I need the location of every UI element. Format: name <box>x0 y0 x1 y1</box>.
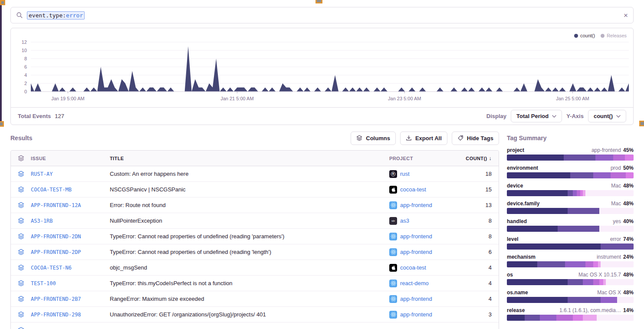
tag-bar-segment[interactable] <box>585 261 593 267</box>
tag-name[interactable]: os.name <box>507 290 528 296</box>
tag-bar-segment[interactable] <box>583 279 593 285</box>
tag-bar-segment[interactable] <box>507 243 601 250</box>
column-header-project[interactable]: PROJECT <box>389 156 462 161</box>
tag-name[interactable]: mechanism <box>507 254 536 260</box>
tag-bar-segment[interactable] <box>593 261 598 267</box>
legend-item-count[interactable]: count() <box>574 33 595 38</box>
table-row-partial[interactable] <box>11 322 499 329</box>
table-row[interactable]: COCOA-TEST-N6 objc_msgSend cocoa-test 4 <box>11 260 499 276</box>
tag-bar-segment[interactable] <box>625 155 634 161</box>
tag-bar-segment[interactable] <box>601 297 617 303</box>
project-link[interactable]: rust <box>400 171 410 177</box>
column-header-count[interactable]: COUNT()↓ <box>462 155 499 161</box>
project-link[interactable]: app-frontend <box>400 202 432 208</box>
tag-bar-segment[interactable] <box>556 315 573 321</box>
table-row[interactable]: COCOA-TEST-MB NSCGSPanicv | NSCGSPanic c… <box>11 182 499 197</box>
tag-bar-segment[interactable] <box>595 155 613 161</box>
tag-bar-segment-other[interactable] <box>597 315 634 321</box>
table-row[interactable]: TEST-100 TypeError: this.myCodeIsPerfect… <box>11 276 499 291</box>
tag-bar-segment-other[interactable] <box>601 261 634 267</box>
tag-bar-segment[interactable] <box>565 261 585 267</box>
tag-bar-segment[interactable] <box>507 315 525 321</box>
tag-bar-segment[interactable] <box>507 279 568 285</box>
issue-stack-column-header[interactable] <box>11 155 31 161</box>
tag-bar-segment[interactable] <box>525 315 540 321</box>
issue-link[interactable]: APP-FRONTEND-2DP <box>31 249 81 255</box>
column-header-title[interactable]: TITLE <box>110 156 389 161</box>
display-dropdown[interactable]: Total Period <box>511 110 562 122</box>
project-link[interactable]: cocoa-test <box>400 186 426 193</box>
tag-bar-segment[interactable] <box>577 190 581 196</box>
export-all-button[interactable]: Export All <box>400 132 447 145</box>
legend-item-releases[interactable]: Releases <box>601 33 627 38</box>
table-row[interactable]: APP-FRONTEND-12A Error: Route not found … <box>11 197 499 213</box>
table-row[interactable]: RUST-AY Custom: An error happens here R … <box>11 166 499 182</box>
issue-link[interactable]: RUST-AY <box>31 171 53 177</box>
tag-name[interactable]: device <box>507 183 523 189</box>
table-row[interactable]: APP-FRONTEND-2B7 RangeError: Maximum siz… <box>11 291 499 307</box>
tag-bar-segment[interactable] <box>540 315 556 321</box>
tag-bar-segment[interactable] <box>568 208 599 214</box>
tag-bar-segment[interactable] <box>591 315 597 321</box>
project-link[interactable]: app-frontend <box>400 311 432 318</box>
issue-link[interactable]: APP-FRONTEND-12A <box>31 202 81 208</box>
tag-name[interactable]: device.family <box>507 201 539 207</box>
search-query-token[interactable]: event.type:error <box>27 11 85 20</box>
project-link[interactable]: app-frontend <box>400 233 432 240</box>
columns-button[interactable]: Columns <box>351 132 396 145</box>
tag-bar-segment-other[interactable] <box>599 208 634 214</box>
tag-bar-segment[interactable] <box>564 155 595 161</box>
tag-bar-segment-other[interactable] <box>599 226 634 232</box>
tag-bar-segment[interactable] <box>611 172 626 178</box>
tag-bar-segment[interactable] <box>558 226 599 232</box>
issue-link[interactable]: APP-FRONTEND-2DN <box>31 234 81 240</box>
tag-bar-segment[interactable] <box>593 279 600 285</box>
tag-bar-segment[interactable] <box>537 261 565 267</box>
tag-bar-segment[interactable] <box>583 315 591 321</box>
tag-bar-segment[interactable] <box>613 155 624 161</box>
tag-bar-segment[interactable] <box>507 190 568 196</box>
tag-bar-segment[interactable] <box>570 172 593 178</box>
clear-search-icon[interactable]: × <box>624 12 628 19</box>
tag-bar-segment[interactable] <box>507 172 570 178</box>
issue-link[interactable]: TEST-100 <box>31 280 56 286</box>
issue-link[interactable]: COCOA-TEST-N6 <box>31 265 72 271</box>
tag-bar-segment[interactable] <box>507 297 568 303</box>
tag-name[interactable]: level <box>507 236 519 242</box>
table-row[interactable]: APP-FRONTEND-298 UnauthorizedError: GET … <box>11 307 499 322</box>
table-row[interactable]: APP-FRONTEND-2DP TypeError: Cannot read … <box>11 244 499 260</box>
tag-bar-segment[interactable] <box>573 190 577 196</box>
tag-bar-segment[interactable] <box>507 261 537 267</box>
issue-link[interactable]: APP-FRONTEND-2B7 <box>31 296 81 302</box>
hide-tags-button[interactable]: Hide Tags <box>452 132 499 145</box>
tag-bar-segment-other[interactable] <box>617 297 634 303</box>
tag-name[interactable]: os <box>507 272 513 278</box>
column-header-issue[interactable]: ISSUE <box>31 156 110 161</box>
tag-name[interactable]: release <box>507 307 525 313</box>
tag-bar-segment[interactable] <box>568 297 601 303</box>
tag-bar-segment[interactable] <box>593 172 611 178</box>
tag-bar-segment[interactable] <box>507 226 558 232</box>
tag-bar-segment[interactable] <box>507 208 568 214</box>
search-bar[interactable]: event.type:error × <box>10 7 634 23</box>
tag-bar-segment[interactable] <box>626 172 634 178</box>
project-link[interactable]: app-frontend <box>400 249 432 255</box>
tag-bar-segment[interactable] <box>573 315 583 321</box>
y-axis-dropdown[interactable]: count() <box>588 110 626 122</box>
project-link[interactable]: cocoa-test <box>400 264 426 271</box>
tag-bar-segment-other[interactable] <box>585 190 634 196</box>
issue-link[interactable]: COCOA-TEST-MB <box>31 187 72 193</box>
tag-name[interactable]: handled <box>507 218 527 224</box>
tag-bar-segment-other[interactable] <box>606 279 634 285</box>
tag-bar-segment[interactable] <box>507 155 564 161</box>
table-row[interactable]: APP-FRONTEND-2DN TypeError: Cannot read … <box>11 229 499 244</box>
tag-bar-segment[interactable] <box>599 279 603 285</box>
project-link[interactable]: app-frontend <box>400 296 432 302</box>
project-link[interactable]: react-demo <box>400 280 429 286</box>
table-row[interactable]: AS3-1RB NullPointerException </> as3 8 <box>11 213 499 229</box>
tag-bar-segment[interactable] <box>601 243 634 250</box>
tag-bar-segment[interactable] <box>568 190 573 196</box>
tag-bar-segment[interactable] <box>568 279 583 285</box>
issue-link[interactable]: APP-FRONTEND-298 <box>31 312 81 318</box>
issue-link[interactable]: AS3-1RB <box>31 218 53 224</box>
